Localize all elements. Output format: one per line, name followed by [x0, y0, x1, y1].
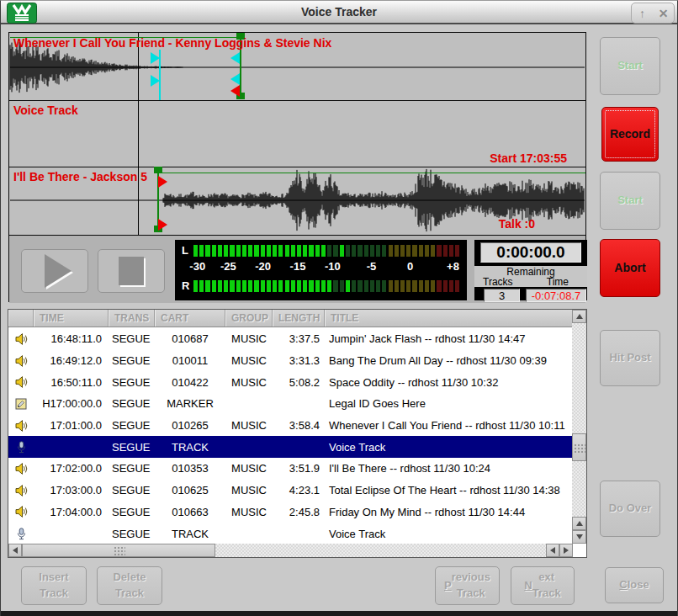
- log-row[interactable]: 16:49:12.0SEGUE010011MUSIC3:31.3Bang The…: [8, 350, 573, 372]
- close-button[interactable]: Close: [605, 567, 664, 603]
- track3-start-marker-icon[interactable]: [158, 176, 167, 188]
- meter-segment: [389, 245, 393, 257]
- cell-time: H17:00:00.0: [34, 393, 109, 415]
- track2-title: Voice Track: [13, 104, 78, 117]
- waveform-display[interactable]: [9, 33, 585, 235]
- cell-cart: 010663: [155, 502, 225, 523]
- start-button-2[interactable]: Start: [600, 172, 660, 230]
- row-type-icon: [8, 350, 34, 372]
- meter-segment: [412, 245, 416, 257]
- meter-segment: [364, 280, 368, 292]
- meter-strip: L -30-25-20-15-10-50+8 R 0:00:00.0 Remai…: [9, 236, 585, 303]
- record-button[interactable]: Record: [601, 107, 659, 162]
- cell-group: [225, 523, 273, 544]
- row-type-icon: [8, 371, 34, 393]
- titlebar: Voice Tracker ↑ ✕: [1, 1, 677, 24]
- scroll-left-button[interactable]: [8, 544, 22, 557]
- track1-end-marker-icon[interactable]: [230, 85, 240, 97]
- scroll-left-button-2[interactable]: [546, 544, 559, 557]
- column-header-title[interactable]: TITLE: [325, 310, 573, 327]
- track3-start-marker-icon[interactable]: [158, 219, 167, 231]
- cell-length: [273, 523, 325, 544]
- log-row[interactable]: H17:00:00.0SEGUEMARKERLegal ID Goes Here: [8, 393, 573, 415]
- column-header-icon[interactable]: [8, 310, 34, 327]
- log-row[interactable]: 17:01:00.0SEGUE010265MUSIC3:58.4Whenever…: [8, 415, 573, 437]
- time-remaining-value: -0:07:08.7: [526, 289, 586, 302]
- column-header-time[interactable]: TIME: [34, 310, 109, 327]
- log-row[interactable]: 17:03:00.0SEGUE010625MUSIC4:23.1Total Ec…: [8, 480, 573, 502]
- track3-title: I'll Be There - Jackson 5: [13, 170, 147, 183]
- previous-track-button[interactable]: Previous Track: [435, 566, 500, 605]
- meter-segment: [376, 245, 380, 257]
- meter-right-label: R: [182, 279, 189, 292]
- column-header-cart[interactable]: CART: [155, 310, 225, 327]
- close-window-icon[interactable]: ✕: [655, 5, 672, 22]
- column-header-group[interactable]: GROUP: [225, 310, 273, 327]
- start-button-1[interactable]: Start: [600, 37, 660, 95]
- track2-start-time: Start 17:03:55: [490, 151, 567, 165]
- cell-cart: 010687: [155, 328, 225, 350]
- track3-talk-time: Talk :0: [499, 217, 535, 231]
- do-over-button[interactable]: Do Over: [600, 481, 660, 537]
- log-row[interactable]: SEGUETRACKVoice Track: [8, 523, 573, 544]
- cell-trans: SEGUE: [109, 502, 155, 523]
- meter-segment: [230, 280, 234, 292]
- microphone-icon: [17, 528, 26, 540]
- abort-button[interactable]: Abort: [600, 239, 660, 297]
- meter-segment: [425, 280, 429, 292]
- stop-button[interactable]: [98, 249, 165, 293]
- meter-segment: [278, 245, 283, 257]
- track3-fade-line: [159, 173, 585, 173]
- meter-segment: [340, 280, 344, 292]
- meter-segment: [382, 245, 386, 257]
- shade-window-icon[interactable]: ↑: [634, 5, 651, 22]
- cell-length: 3:51.9: [273, 458, 325, 480]
- segue-end-marker-icon[interactable]: [230, 52, 240, 64]
- insert-track-button[interactable]: Insert Track: [21, 566, 87, 605]
- row-type-icon: [8, 480, 34, 502]
- microphone-icon: [17, 441, 26, 454]
- next-track-button[interactable]: Next Track: [511, 566, 575, 605]
- column-header-length[interactable]: LENGTH: [273, 310, 325, 327]
- play-button[interactable]: [21, 249, 88, 293]
- horizontal-scrollbar[interactable]: [8, 544, 573, 557]
- cell-group: MUSIC: [225, 350, 273, 372]
- log-header-row: TIMETRANSCARTGROUPLENGTHTITLE: [8, 310, 573, 327]
- elapsed-time-display: 0:00:00.0: [480, 242, 581, 263]
- scroll-up-button-2[interactable]: [572, 517, 586, 530]
- log-row[interactable]: 16:48:11.0SEGUE010687MUSIC3:37.5Jumpin' …: [8, 328, 573, 350]
- log-row[interactable]: 16:50:11.0SEGUE010422MUSIC5:08.2Space Od…: [8, 371, 573, 393]
- meter-left-bar: [193, 245, 461, 257]
- delete-track-button[interactable]: Delete Track: [97, 566, 162, 605]
- column-header-trans[interactable]: TRANS: [109, 310, 155, 327]
- cell-cart: 010625: [155, 480, 225, 502]
- scroll-up-button[interactable]: [572, 310, 586, 323]
- segue-end-marker-icon[interactable]: [230, 73, 240, 85]
- meter-segment: [297, 245, 301, 257]
- cell-group: MUSIC: [225, 371, 273, 393]
- log-row-selected[interactable]: SEGUETRACKVoice Track: [8, 436, 573, 458]
- meter-segment: [236, 280, 241, 292]
- scroll-down-button[interactable]: [572, 530, 586, 544]
- horizontal-scroll-thumb[interactable]: [22, 544, 215, 557]
- log-row[interactable]: 17:02:00.0SEGUE010353MUSIC3:51.9I'll Be …: [8, 458, 573, 480]
- meter-segment: [400, 245, 405, 257]
- row-type-icon: [8, 523, 34, 544]
- meter-segment: [425, 245, 429, 257]
- scroll-right-button[interactable]: [559, 544, 573, 557]
- meter-segment: [248, 245, 252, 257]
- status-panel: 0:00:00.0 Remaining Tracks Time 3 -0:07:…: [474, 240, 587, 300]
- vertical-scrollbar[interactable]: [572, 310, 586, 544]
- segue-marker-icon[interactable]: [151, 75, 160, 87]
- cell-title: Legal ID Goes Here: [325, 393, 573, 415]
- window-frame-bottom: [1, 611, 677, 616]
- hit-post-button[interactable]: Hit Post: [600, 330, 660, 386]
- cell-title: Jumpin' Jack Flash -- rdhost 11/30 14:47: [325, 328, 573, 350]
- log-row[interactable]: 17:04:00.0SEGUE010663MUSIC2:45.8Friday O…: [8, 502, 573, 523]
- vertical-scroll-thumb[interactable]: [572, 433, 586, 461]
- meter-segment: [340, 245, 344, 257]
- segue-marker-icon[interactable]: [151, 52, 160, 64]
- speaker-icon: [15, 463, 28, 475]
- meter-segment: [291, 280, 295, 292]
- meter-segment: [370, 280, 374, 292]
